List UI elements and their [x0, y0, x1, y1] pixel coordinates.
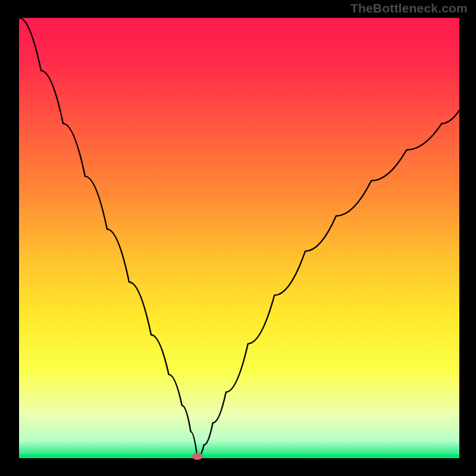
- watermark-text: TheBottleneck.com: [350, 1, 468, 15]
- bottleneck-chart: [0, 0, 476, 476]
- minimum-marker: [192, 453, 203, 460]
- plot-background: [19, 18, 459, 458]
- chart-stage: TheBottleneck.com: [0, 0, 476, 476]
- green-baseline-strip: [19, 455, 459, 458]
